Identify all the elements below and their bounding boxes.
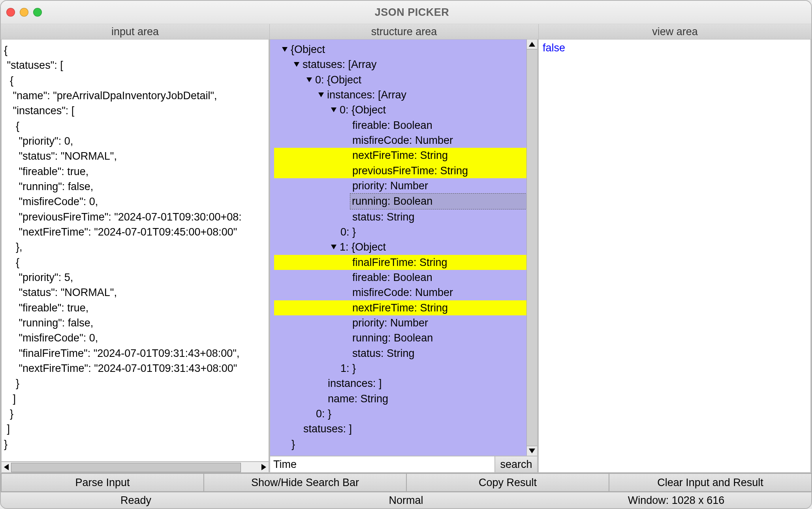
input-textarea[interactable]: { "statuses": [ { "name": "preArrivalDpa… [1, 40, 269, 462]
tree-row[interactable]: fireable: Boolean [274, 118, 537, 133]
tree-row-selected[interactable]: running: Boolean [274, 193, 537, 209]
parse-input-button[interactable]: Parse Input [1, 473, 204, 492]
structure-column: {Object statuses: [Array 0: {Object inst… [269, 40, 538, 473]
scroll-left-icon[interactable] [2, 463, 11, 471]
status-bar: Ready Normal Window: 1028 x 616 [1, 492, 811, 508]
button-row: Parse Input Show/Hide Search Bar Copy Re… [1, 473, 811, 492]
status-right: Window: 1028 x 616 [541, 492, 811, 508]
tree-row[interactable]: 0: {Object [274, 102, 537, 117]
tree-row-highlighted[interactable]: nextFireTime: String [274, 300, 527, 315]
copy-result-button[interactable]: Copy Result [406, 473, 609, 492]
structure-tree[interactable]: {Object statuses: [Array 0: {Object inst… [269, 40, 538, 456]
tree-row[interactable]: priority: Number [274, 178, 537, 193]
column-headers: input area structure area view area [1, 24, 811, 40]
scroll-down-icon[interactable] [527, 446, 537, 456]
tree-row[interactable]: {Object [274, 42, 537, 57]
tree-row[interactable]: 0: {Object [274, 72, 537, 87]
tree-row[interactable]: } [274, 437, 537, 452]
tree-row[interactable]: statuses: [Array [274, 57, 537, 72]
chevron-down-icon[interactable] [331, 107, 336, 112]
structure-vertical-scrollbar[interactable] [526, 40, 537, 456]
tree-row[interactable]: 0: } [274, 224, 537, 239]
scroll-track[interactable] [11, 463, 259, 471]
input-column: { "statuses": [ { "name": "preArrivalDpa… [1, 40, 269, 473]
view-area-header: view area [539, 24, 811, 39]
tree-row[interactable]: misfireCode: Number [274, 133, 537, 148]
structure-area-header: structure area [270, 24, 539, 39]
toggle-search-button[interactable]: Show/Hide Search Bar [203, 473, 407, 492]
tree-row[interactable]: statuses: ] [274, 421, 537, 436]
tree-row[interactable]: misfireCode: Number [274, 285, 537, 300]
chevron-down-icon[interactable] [294, 62, 299, 67]
window-title: JSON PICKER [42, 6, 782, 19]
tree-row[interactable]: priority: Number [274, 315, 537, 330]
tree-row[interactable]: 1: } [274, 361, 537, 376]
tree-row[interactable]: fireable: Boolean [274, 270, 537, 285]
view-area: false [538, 40, 811, 473]
tree-row[interactable]: instances: ] [274, 376, 537, 391]
zoom-icon[interactable] [33, 8, 42, 17]
tree-row[interactable]: status: String [274, 346, 537, 361]
view-value: false [543, 42, 565, 54]
tree-row[interactable]: running: Boolean [274, 330, 537, 345]
traffic-lights [6, 8, 42, 17]
view-column: false [538, 40, 811, 473]
scroll-up-icon[interactable] [527, 40, 537, 49]
tree-row[interactable]: status: String [274, 209, 537, 224]
tree-row[interactable]: name: String [274, 391, 537, 406]
tree-row[interactable]: 0: } [274, 406, 537, 421]
search-input[interactable] [269, 456, 495, 473]
tree-row-highlighted[interactable]: finalFireTime: String [274, 255, 527, 270]
search-button[interactable]: search [495, 456, 538, 473]
tree-row-highlighted[interactable]: previousFireTime: String [274, 163, 527, 178]
tree-row-highlighted[interactable]: nextFireTime: String [274, 148, 527, 163]
status-center: Normal [271, 492, 541, 508]
app-window: JSON PICKER input area structure area vi… [0, 0, 812, 509]
tree-row[interactable]: instances: [Array [274, 87, 537, 102]
input-horizontal-scrollbar[interactable] [1, 462, 269, 473]
chevron-down-icon[interactable] [318, 92, 324, 97]
search-bar: search [269, 456, 538, 473]
close-icon[interactable] [6, 8, 15, 17]
tree-row[interactable]: 1: {Object [274, 239, 537, 254]
status-left: Ready [1, 492, 271, 508]
clear-input-result-button[interactable]: Clear Input and Result [609, 473, 812, 492]
scroll-right-icon[interactable] [259, 463, 269, 471]
title-bar: JSON PICKER [1, 1, 811, 24]
input-area-header: input area [1, 24, 270, 39]
chevron-down-icon[interactable] [306, 77, 312, 82]
scroll-thumb[interactable] [11, 463, 241, 472]
scroll-thumb[interactable] [527, 49, 537, 446]
chevron-down-icon[interactable] [282, 47, 288, 52]
minimize-icon[interactable] [20, 8, 28, 17]
chevron-down-icon[interactable] [331, 245, 336, 249]
content-row: { "statuses": [ { "name": "preArrivalDpa… [1, 40, 811, 473]
input-text: { "statuses": [ { "name": "preArrivalDpa… [2, 40, 269, 455]
